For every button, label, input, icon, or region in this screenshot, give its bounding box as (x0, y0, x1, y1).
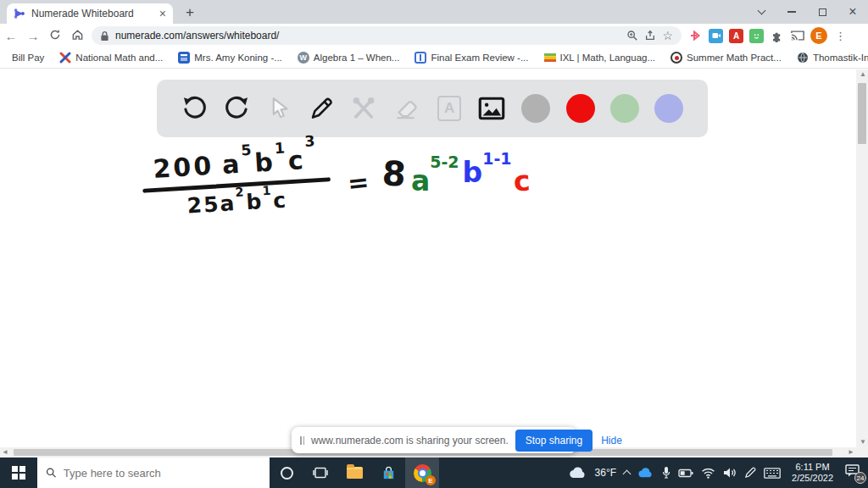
taskbar-clock[interactable]: 6:11 PM 2/25/2022 (788, 462, 837, 484)
cortana-button[interactable] (270, 458, 303, 488)
minimize-button[interactable] (776, 0, 807, 24)
den-coefficient: 25 (186, 191, 220, 218)
screencast-extension-icon[interactable] (709, 29, 723, 43)
bookmark-bill-pay[interactable]: Bill Pay (12, 53, 44, 63)
shapes-tools-button[interactable] (350, 95, 377, 122)
chrome-taskbar-button[interactable]: E (405, 458, 439, 488)
scroll-down-arrow[interactable]: ▼ (860, 437, 866, 447)
num-exp-b: 1 (275, 139, 288, 157)
weather-temperature[interactable]: 36°F (595, 467, 616, 479)
pen-tool-button[interactable] (308, 95, 335, 122)
folder-icon (347, 467, 363, 479)
task-view-button[interactable] (303, 458, 337, 488)
stop-sharing-button[interactable]: Stop sharing (515, 430, 593, 452)
vertical-scrollbar[interactable]: ▲ ▼ (856, 69, 868, 447)
zoom-level-icon[interactable] (626, 30, 638, 42)
home-icon (71, 28, 84, 41)
cast-icon[interactable] (790, 29, 804, 43)
redo-button[interactable] (224, 95, 251, 122)
action-center-button[interactable]: 24 (844, 463, 863, 482)
browser-menu-icon[interactable]: ⋮ (835, 30, 846, 42)
bookmark-label: Thomastik-Infeld C... (813, 53, 868, 63)
taskbar-search[interactable] (37, 458, 270, 488)
result-term-c: c (513, 164, 531, 198)
microphone-icon[interactable] (662, 466, 670, 480)
weather-cloud-icon[interactable] (569, 466, 587, 480)
new-tab-button[interactable]: + (180, 4, 200, 21)
fraction-numerator: 200 a5 b1 c3 (153, 144, 320, 184)
bookmark-ixl[interactable]: IXL | Math, Languag... (544, 52, 656, 64)
home-button[interactable] (66, 28, 88, 43)
restore-button[interactable] (807, 0, 837, 24)
vertical-scrollbar-thumb[interactable] (858, 83, 866, 144)
restore-icon (819, 8, 826, 16)
eraser-button[interactable] (393, 95, 422, 122)
num-term-b: b (254, 147, 277, 177)
touch-keyboard-icon[interactable] (764, 468, 781, 479)
system-tray: 36°F 6:11 PM 2/25/2022 24 (569, 458, 868, 488)
windows-logo-icon (12, 466, 25, 480)
start-button[interactable] (0, 458, 37, 488)
bookmark-final-exam[interactable]: Final Exam Review -... (415, 52, 528, 64)
drag-handle-icon[interactable] (300, 436, 304, 445)
bookmark-amy-koning[interactable]: Mrs. Amy Koning -... (178, 52, 282, 64)
microsoft-store-button[interactable] (371, 458, 405, 488)
color-gray-button[interactable] (521, 94, 550, 123)
whiteboard-canvas[interactable]: A 200 a5 b1 c3 25 a2 b1 c = 8 (0, 69, 868, 458)
file-explorer-button[interactable] (337, 458, 371, 488)
bookmark-national-math[interactable]: National Math and... (59, 52, 163, 64)
profile-avatar[interactable]: E (810, 27, 827, 44)
hide-sharing-link[interactable]: Hide (601, 435, 622, 446)
notification-count-badge: 24 (854, 472, 866, 484)
extensions-puzzle-icon[interactable] (770, 29, 784, 43)
whiteboard-toolbar: A (157, 80, 708, 137)
scroll-left-arrow[interactable]: ◄ (2, 447, 8, 458)
url-text: numerade.com/answers/whiteboard/ (115, 30, 620, 42)
text-tool-button[interactable]: A (437, 96, 461, 121)
onedrive-icon[interactable] (637, 467, 654, 479)
result-exp-b: 1-1 (482, 149, 511, 168)
close-button[interactable]: × (837, 0, 868, 24)
volume-icon[interactable] (723, 467, 737, 479)
browser-tab[interactable]: Numerade Whiteboard × (7, 3, 173, 24)
bookmarks-bar: Bill Pay National Math and... Mrs. Amy K… (0, 47, 868, 69)
num-term-a: a (221, 149, 242, 180)
pink-extension-icon[interactable] (688, 29, 703, 43)
scroll-right-arrow[interactable]: ► (848, 447, 854, 458)
tab-search-icon[interactable] (746, 0, 776, 24)
bookmark-label: Final Exam Review -... (431, 53, 528, 63)
green-extension-icon[interactable] (749, 29, 764, 43)
back-button[interactable]: ← (0, 29, 22, 43)
scroll-up-arrow[interactable]: ▲ (860, 69, 866, 80)
wifi-icon[interactable] (701, 468, 715, 479)
image-tool-button[interactable] (477, 95, 506, 122)
bookmark-algebra1[interactable]: W Algebra 1 – When... (298, 52, 400, 64)
pen-icon[interactable] (744, 467, 756, 479)
result-exp-a: 5-2 (430, 152, 459, 171)
target-icon (670, 52, 682, 64)
share-icon[interactable] (644, 30, 656, 42)
color-green-button[interactable] (610, 94, 639, 123)
undo-button[interactable] (181, 95, 208, 122)
bookmark-summer-math[interactable]: Summer Math Pract... (670, 52, 782, 64)
battery-icon[interactable] (678, 469, 693, 478)
search-icon (46, 467, 57, 479)
address-bar[interactable]: numerade.com/answers/whiteboard/ ☆ (92, 26, 682, 45)
bookmark-star-icon[interactable]: ☆ (662, 29, 673, 42)
color-red-button[interactable] (566, 94, 595, 123)
reload-button[interactable] (44, 29, 66, 43)
forward-button[interactable]: → (22, 29, 44, 43)
bookmark-label: Bill Pay (12, 53, 44, 63)
color-purple-button[interactable] (654, 94, 683, 123)
tab-close-icon[interactable]: × (159, 8, 166, 19)
tab-strip: Numerade Whiteboard × + × (0, 0, 868, 24)
minimize-icon (787, 11, 796, 13)
den-exp-b: 1 (262, 183, 273, 197)
select-cursor-button[interactable] (266, 96, 292, 121)
tray-chevron-up-icon[interactable] (624, 469, 630, 477)
search-input[interactable] (64, 467, 261, 480)
bookmark-thomastik[interactable]: Thomastik-Infeld C... (797, 52, 868, 64)
pdf-extension-icon[interactable]: A (729, 29, 743, 43)
fraction-denominator: 25 a2 b1 c (186, 187, 288, 218)
num-exp-c: 3 (304, 132, 318, 150)
